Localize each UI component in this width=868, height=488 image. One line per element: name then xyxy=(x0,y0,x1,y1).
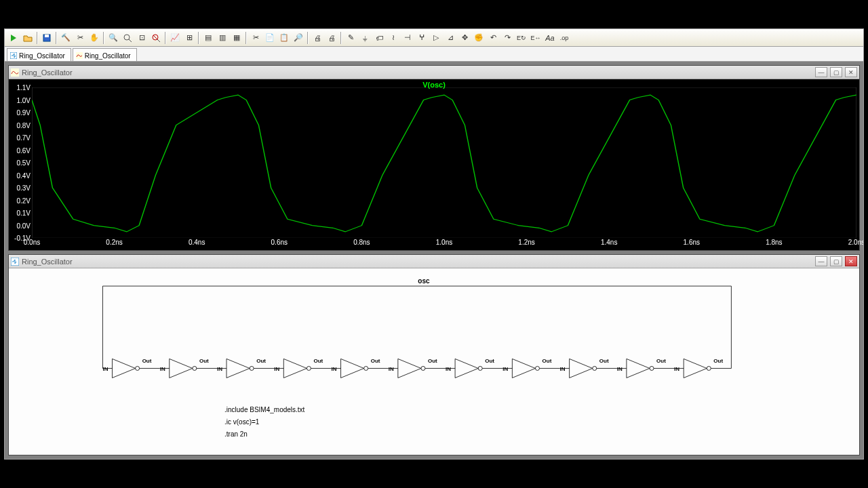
tab-label: Ring_Oscillator xyxy=(19,52,65,60)
separator xyxy=(56,32,57,44)
svg-text:Out: Out xyxy=(713,359,723,365)
hammer-icon[interactable]: 🔨 xyxy=(59,31,73,45)
paste-icon[interactable]: 📋 xyxy=(277,31,291,45)
svg-text:IN: IN xyxy=(217,367,222,373)
separator xyxy=(198,32,199,44)
hand-icon[interactable]: ✋ xyxy=(87,31,101,45)
zoom-cancel-icon[interactable] xyxy=(149,31,163,45)
tile-h-icon[interactable]: ▤ xyxy=(201,31,215,45)
separator xyxy=(165,32,166,44)
separator xyxy=(37,32,38,44)
svg-text:Out: Out xyxy=(599,359,609,365)
save-icon[interactable] xyxy=(40,31,54,45)
document-tabbar: Ring_Oscillator Ring_Oscillator xyxy=(5,47,863,62)
svg-text:IN: IN xyxy=(674,367,679,373)
svg-text:IN: IN xyxy=(102,367,108,373)
diode-icon[interactable]: ▷ xyxy=(429,31,443,45)
undo-icon[interactable]: ↶ xyxy=(486,31,500,45)
svg-text:osc: osc xyxy=(418,277,430,285)
svg-line-3 xyxy=(129,39,132,42)
tab-label: Ring_Oscillator xyxy=(85,52,131,60)
waveform-icon xyxy=(11,68,19,77)
copy-icon[interactable]: 📄 xyxy=(263,31,277,45)
svg-text:Out: Out xyxy=(485,359,494,365)
rotate-icon[interactable]: E↻ xyxy=(515,31,528,45)
close-button[interactable]: ✕ xyxy=(845,256,857,266)
text-icon[interactable]: Aa xyxy=(543,31,557,45)
separator xyxy=(245,32,247,44)
svg-rect-10 xyxy=(32,87,856,238)
svg-text:Out: Out xyxy=(142,359,152,365)
mdi-workspace: Ring_Oscillator — ▢ ✕ V(osc) 1.1V1.0V0.9… xyxy=(5,62,863,459)
plot-canvas[interactable] xyxy=(32,87,856,238)
schematic-icon xyxy=(10,52,17,59)
separator xyxy=(307,32,309,44)
cut-icon[interactable]: ✂ xyxy=(249,31,262,45)
move-icon[interactable]: ✥ xyxy=(458,31,471,45)
schematic-titlebar[interactable]: Ring_Oscillator — ▢ ✕ xyxy=(9,255,859,268)
maximize-button[interactable]: ▢ xyxy=(830,67,842,77)
tab-schematic[interactable]: Ring_Oscillator xyxy=(7,48,71,61)
svg-text:Out: Out xyxy=(371,359,380,365)
waveform-window: Ring_Oscillator — ▢ ✕ V(osc) 1.1V1.0V0.9… xyxy=(8,65,860,251)
svg-text:Out: Out xyxy=(199,359,209,365)
svg-line-5 xyxy=(153,35,157,39)
svg-text:IN: IN xyxy=(274,367,279,373)
x-axis: 0.0ns0.2ns0.4ns0.6ns0.8ns1.0ns1.2ns1.4ns… xyxy=(32,238,856,250)
tile-v-icon[interactable]: ▥ xyxy=(216,31,229,45)
ground-icon[interactable]: ⏚ xyxy=(358,31,372,45)
tab-waveform[interactable]: Ring_Oscillator xyxy=(73,48,137,61)
waveform-titlebar[interactable]: Ring_Oscillator — ▢ ✕ xyxy=(9,66,859,79)
schematic-canvas[interactable]: oscINOutINOutINOutINOutINOutINOutINOutIN… xyxy=(9,268,859,455)
svg-text:Out: Out xyxy=(256,359,266,365)
svg-text:IN: IN xyxy=(160,367,165,373)
svg-text:IN: IN xyxy=(446,367,451,373)
waveform-icon xyxy=(76,52,83,59)
wire-icon[interactable]: ✎ xyxy=(344,31,357,45)
svg-text:IN: IN xyxy=(560,367,566,373)
component-icon[interactable]: ⊿ xyxy=(443,31,457,45)
svg-text:IN: IN xyxy=(617,367,623,373)
zoom-in-icon[interactable]: 🔍 xyxy=(106,31,120,45)
mirror-icon[interactable]: E↔ xyxy=(529,31,542,45)
close-button[interactable]: ✕ xyxy=(845,67,857,77)
label-icon[interactable]: 🏷 xyxy=(372,31,386,45)
minimize-button[interactable]: — xyxy=(815,67,827,77)
inductor-icon[interactable]: ⵖ xyxy=(415,31,429,45)
separator xyxy=(340,32,342,44)
grid-icon[interactable]: ⊞ xyxy=(182,31,196,45)
svg-text:IN: IN xyxy=(502,367,508,373)
separator xyxy=(103,32,104,44)
find-icon[interactable]: 🔎 xyxy=(292,31,305,45)
zoom-out-icon[interactable] xyxy=(121,31,134,45)
svg-text:Out: Out xyxy=(313,359,323,365)
resistor-icon[interactable]: ≀ xyxy=(387,31,400,45)
window-title: Ring_Oscillator xyxy=(22,258,73,266)
minimize-button[interactable]: — xyxy=(815,256,827,266)
schematic-window: Ring_Oscillator — ▢ ✕ oscINOutINOutINOut… xyxy=(8,254,860,455)
maximize-button[interactable]: ▢ xyxy=(830,256,842,266)
svg-text:IN: IN xyxy=(389,367,394,373)
main-app: 🔨 ✂ ✋ 🔍 ⊡ 📈 ⊞ ▤ ▥ ▦ ✂ 📄 📋 🔎 🖨 🖨 ✎ ⏚ 🏷 ≀ … xyxy=(4,28,864,460)
cascade-icon[interactable]: ▦ xyxy=(230,31,243,45)
spice-directive-icon[interactable]: .op xyxy=(557,31,571,45)
zoom-fit-icon[interactable]: ⊡ xyxy=(135,31,149,45)
print-icon[interactable]: 🖨 xyxy=(311,31,324,45)
svg-rect-1 xyxy=(45,35,49,37)
waveform-plot-area[interactable]: V(osc) 1.1V1.0V0.9V0.8V0.7V0.6V0.5V0.4V0… xyxy=(9,79,859,250)
redo-icon[interactable]: ↷ xyxy=(500,31,514,45)
capacitor-icon[interactable]: ⊣ xyxy=(401,31,414,45)
spice-directives[interactable]: .include BSIM4_models.txt.ic v(osc)=1.tr… xyxy=(224,404,304,441)
svg-text:Out: Out xyxy=(542,359,552,365)
svg-text:Out: Out xyxy=(656,359,666,365)
window-title: Ring_Oscillator xyxy=(22,68,73,77)
svg-point-2 xyxy=(124,35,130,40)
autorange-icon[interactable]: 📈 xyxy=(168,31,182,45)
drag-icon[interactable]: ✊ xyxy=(472,31,486,45)
main-toolbar: 🔨 ✂ ✋ 🔍 ⊡ 📈 ⊞ ▤ ▥ ▦ ✂ 📄 📋 🔎 🖨 🖨 ✎ ⏚ 🏷 ≀ … xyxy=(5,29,863,47)
svg-text:IN: IN xyxy=(332,367,337,373)
scissors-icon[interactable]: ✂ xyxy=(73,31,87,45)
print-setup-icon[interactable]: 🖨 xyxy=(325,31,338,45)
run-icon[interactable] xyxy=(7,31,20,45)
open-icon[interactable] xyxy=(21,31,35,45)
